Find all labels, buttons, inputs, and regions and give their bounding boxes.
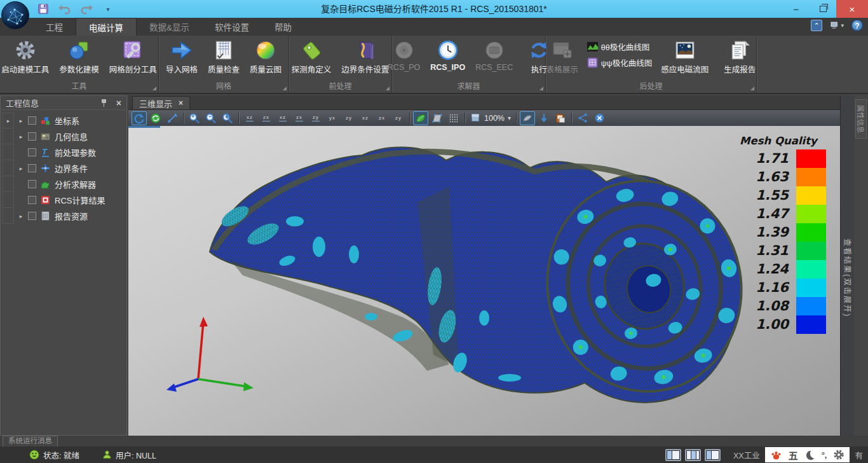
menu-tab-settings[interactable]: 软件设置: [202, 18, 262, 36]
legend-swatch: [796, 149, 826, 168]
legend-swatch: [796, 297, 826, 315]
legend-title: Mesh Quality: [731, 135, 826, 147]
tree-item-analysis-solver[interactable]: 分析求解器: [14, 176, 125, 192]
system-messages-tab[interactable]: 系统运行消息: [3, 436, 58, 446]
checkbox[interactable]: [28, 196, 36, 204]
rcs-ipo-button[interactable]: RCS_IPO: [426, 38, 470, 73]
checkbox[interactable]: [28, 212, 36, 220]
close-section-button[interactable]: [592, 111, 607, 125]
view-results-vertical-tab[interactable]: 查看结果(双击展开): [843, 238, 853, 317]
tree-item-rcs-results[interactable]: RCS计算结果: [14, 192, 125, 208]
checkbox[interactable]: [28, 164, 36, 172]
menu-tab-project[interactable]: 工程: [33, 18, 76, 36]
view-preset-3-button[interactable]: xz: [275, 111, 290, 125]
share-export-button[interactable]: [575, 111, 590, 125]
layout-center-pane-button[interactable]: [685, 449, 701, 461]
ime-punctuation-toggle[interactable]: °,: [822, 450, 827, 460]
minimize-button[interactable]: −: [783, 0, 810, 18]
refresh-view-button[interactable]: [148, 111, 163, 125]
rotate-view-button[interactable]: [132, 111, 147, 125]
view-preset-9-button[interactable]: zx: [374, 111, 390, 125]
display-style-icon[interactable]: ▾: [830, 19, 844, 32]
zoom-in-button[interactable]: +: [187, 111, 202, 125]
view-preset-4-button[interactable]: zx: [292, 111, 307, 125]
ime-night-mode-icon[interactable]: [804, 450, 815, 460]
table-display-button[interactable]: 表格展示: [542, 38, 583, 76]
induced-em-current-map-button[interactable]: 感应电磁流图: [656, 38, 713, 76]
view-preset-5-button[interactable]: zy: [308, 111, 323, 125]
view-preset-8-button[interactable]: xz: [358, 111, 373, 125]
pin-icon[interactable]: [100, 99, 109, 107]
quality-check-button[interactable]: 质量检查: [203, 38, 244, 76]
zoom-fit-button[interactable]: ⊕: [220, 111, 235, 125]
snapshot-button[interactable]: [553, 111, 568, 125]
probe-angle-button[interactable]: 探测角定义: [287, 38, 336, 76]
drop-view-button[interactable]: [536, 111, 552, 125]
generate-report-button[interactable]: 生成报告: [719, 38, 760, 76]
restore-button[interactable]: [810, 0, 836, 18]
shade-flat-button[interactable]: [430, 111, 445, 125]
tab-3d-display[interactable]: 三维显示 ×: [132, 96, 190, 109]
quality-cloud-button[interactable]: 质量云图: [245, 38, 286, 76]
rcs-po-button[interactable]: RCS_PO: [383, 38, 424, 73]
tree-item-boundary-conditions[interactable]: ▸ 边界条件: [14, 160, 125, 176]
checkbox[interactable]: [28, 132, 36, 141]
panel-close-icon[interactable]: ×: [116, 98, 121, 108]
tree-item-preprocess-params[interactable]: T 前处理参数: [14, 144, 125, 160]
section-tool-button[interactable]: [520, 111, 535, 125]
expand-icon[interactable]: ▸: [18, 165, 24, 172]
expand-icon[interactable]: ▸: [18, 118, 24, 124]
group-expand-icon[interactable]: [283, 86, 287, 90]
tree-item-report-resources[interactable]: ▸ 报告资源: [14, 208, 125, 224]
view-preset-10-button[interactable]: zy: [391, 111, 406, 125]
geometry-info-icon: [40, 131, 51, 142]
tree-item-geometry-info[interactable]: ▸ 几何信息: [14, 128, 125, 144]
layout-bottom-pane-button[interactable]: [705, 449, 721, 461]
shade-smooth-button[interactable]: [413, 111, 428, 125]
wireframe-button[interactable]: [446, 111, 461, 125]
boundary-conditions-icon: [40, 163, 51, 174]
collapse-ribbon-icon[interactable]: ⌃: [810, 19, 824, 32]
menu-tab-data-display[interactable]: 数据&显示: [137, 18, 202, 36]
menu-tab-em-compute[interactable]: 电磁计算: [76, 18, 137, 36]
import-mesh-button[interactable]: 导入网格: [161, 38, 202, 76]
view-preset-1-button[interactable]: xz: [242, 111, 257, 125]
group-expand-icon[interactable]: [539, 86, 543, 90]
ime-settings-gear-icon[interactable]: [833, 449, 844, 460]
view-preset-2-button[interactable]: zx: [259, 111, 274, 125]
parametric-modeling-button[interactable]: 参数化建模: [55, 38, 104, 76]
legend-swatch: [796, 260, 826, 279]
checkbox[interactable]: [28, 116, 36, 125]
group-expand-icon[interactable]: [750, 86, 754, 90]
viewport-3d[interactable]: Mesh Quality 1.71 1.63 1.55 1.47 1.39 1.…: [128, 126, 840, 436]
layout-left-pane-button[interactable]: [665, 449, 681, 461]
expand-icon[interactable]: ▸: [18, 213, 24, 219]
ribbon-group-tools: 启动建模工具 参数化建模 网格剖分工具 工具: [0, 36, 159, 93]
view-preset-7-button[interactable]: zy: [341, 111, 356, 125]
mesh-partition-tool-button[interactable]: 网格剖分工具: [105, 38, 161, 76]
zoom-out-button[interactable]: −: [203, 111, 219, 125]
help-icon[interactable]: ?: [850, 19, 864, 32]
zoom-percent-select[interactable]: 100% ▾: [468, 113, 513, 123]
tab-close-icon[interactable]: ×: [179, 99, 183, 107]
menu-tab-help[interactable]: 帮助: [262, 18, 304, 36]
tree-item-coordinate-system[interactable]: ▸ 坐标系: [14, 113, 125, 128]
psi-polar-curve-button[interactable]: ψψ极化曲线图: [587, 57, 652, 69]
close-button[interactable]: ×: [836, 0, 868, 18]
properties-vertical-tab[interactable]: 属性信息: [855, 99, 867, 139]
group-expand-icon[interactable]: [386, 86, 390, 90]
expand-icon[interactable]: ▸: [18, 134, 24, 140]
ime-wubi-mode[interactable]: 五: [789, 448, 798, 462]
group-expand-icon[interactable]: [153, 86, 156, 90]
results-dock-strip[interactable]: 查看结果(双击展开): [840, 95, 854, 436]
view-preset-6-button[interactable]: yx: [325, 111, 340, 125]
launch-modeling-tool-button[interactable]: 启动建模工具: [0, 38, 53, 76]
chevron-down-icon: ▾: [508, 114, 511, 121]
theta-polar-curve-button[interactable]: θθ极化曲线图: [587, 41, 652, 53]
ime-logo-paw-icon[interactable]: [770, 449, 782, 461]
checkbox[interactable]: [28, 148, 36, 156]
pan-view-button[interactable]: [165, 111, 180, 125]
preprocess-params-icon: T: [40, 147, 51, 158]
rcs-eec-button[interactable]: RCS_EEC: [471, 38, 517, 73]
checkbox[interactable]: [28, 180, 36, 188]
